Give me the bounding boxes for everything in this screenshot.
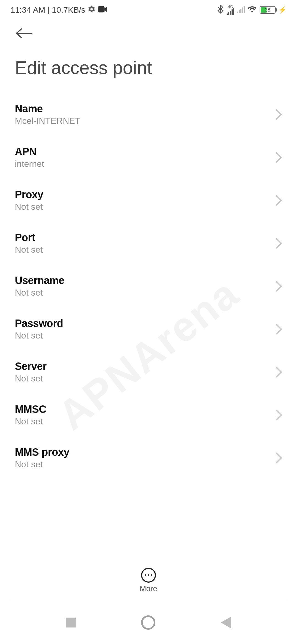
item-password[interactable]: Password Not set: [0, 308, 297, 351]
item-value: Not set: [15, 245, 43, 255]
battery-percent: 38: [260, 7, 275, 13]
system-nav-bar: [0, 601, 297, 644]
item-label: Server: [15, 361, 46, 372]
item-label: Name: [15, 103, 80, 115]
item-value: Not set: [15, 331, 63, 341]
item-value: Not set: [15, 373, 46, 384]
status-left: 11:34 AM | 10.7KB/s: [10, 5, 107, 15]
item-label: Port: [15, 232, 43, 244]
svg-rect-0: [98, 6, 105, 13]
item-name[interactable]: Name Mcel-INTERNET: [0, 93, 297, 136]
item-label: MMSC: [15, 403, 46, 415]
wifi-icon: [248, 5, 257, 15]
battery-icon: 38: [260, 6, 276, 14]
chevron-right-icon: [271, 281, 282, 292]
item-proxy[interactable]: Proxy Not set: [0, 179, 297, 222]
signal-bars-sim2-icon: [237, 7, 245, 13]
item-mms-proxy[interactable]: MMS proxy Not set: [0, 436, 297, 479]
item-value: Mcel-INTERNET: [15, 116, 80, 126]
chevron-right-icon: [271, 109, 282, 120]
item-mmsc[interactable]: MMSC Not set: [0, 394, 297, 436]
chevron-right-icon: [271, 195, 282, 206]
chevron-right-icon: [271, 238, 282, 249]
item-apn[interactable]: APN internet: [0, 136, 297, 179]
status-right: 4G 38 ⚡: [217, 5, 287, 15]
item-value: Not set: [15, 416, 46, 427]
signal-bars-sim1-icon: [227, 9, 234, 15]
item-label: Username: [15, 275, 64, 286]
bluetooth-icon: [217, 5, 224, 15]
lightning-charging-icon: ⚡: [278, 6, 287, 14]
chevron-right-icon: [271, 324, 282, 335]
back-button[interactable]: [15, 23, 36, 44]
more-icon: [141, 568, 156, 583]
nav-back-button[interactable]: [221, 616, 231, 629]
settings-gear-icon: [87, 5, 96, 15]
item-label: APN: [15, 146, 44, 158]
settings-list: Name Mcel-INTERNET APN internet Proxy No…: [0, 81, 297, 479]
more-label: More: [140, 584, 157, 593]
chevron-right-icon: [271, 410, 282, 421]
camera-icon: [98, 5, 107, 15]
more-button[interactable]: More: [0, 560, 297, 601]
status-data-rate: 10.7KB/s: [52, 5, 86, 15]
item-value: Not set: [15, 459, 69, 470]
item-label: Proxy: [15, 189, 43, 201]
item-port[interactable]: Port Not set: [0, 222, 297, 265]
chevron-right-icon: [271, 452, 282, 463]
nav-home-button[interactable]: [141, 615, 155, 630]
back-arrow-icon: [15, 28, 34, 39]
nav-recent-button[interactable]: [66, 618, 76, 627]
chevron-right-icon: [271, 367, 282, 378]
item-value: Not set: [15, 288, 64, 298]
item-username[interactable]: Username Not set: [0, 265, 297, 308]
status-time: 11:34 AM: [10, 5, 45, 15]
item-value: internet: [15, 159, 44, 169]
status-bar: 11:34 AM | 10.7KB/s 4G 38: [0, 0, 297, 20]
item-label: MMS proxy: [15, 446, 69, 458]
chevron-right-icon: [271, 152, 282, 163]
network-type-label: 4G: [228, 5, 233, 9]
item-value: Not set: [15, 202, 43, 212]
page-title: Edit access point: [0, 44, 297, 81]
item-label: Password: [15, 318, 63, 329]
item-server[interactable]: Server Not set: [0, 351, 297, 394]
